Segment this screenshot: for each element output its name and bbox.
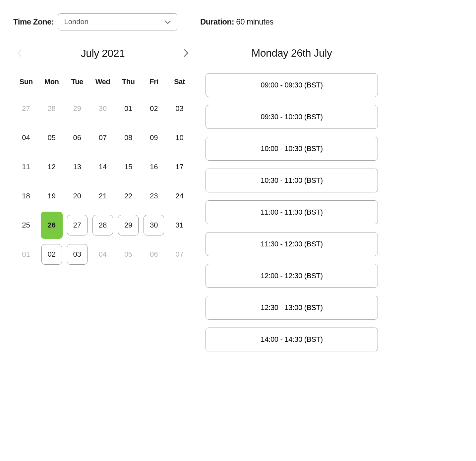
calendar-day: 18 — [16, 186, 36, 206]
time-slots-list: 09:00 - 09:30 (BST)09:30 - 10:00 (BST)10… — [206, 73, 378, 359]
calendar-day: 04 — [92, 244, 113, 265]
calendar-day: 16 — [144, 157, 164, 177]
calendar-day: 14 — [92, 157, 113, 177]
weekday-header: Tue — [64, 72, 90, 94]
calendar-day: 28 — [41, 98, 62, 119]
calendar-day: 08 — [118, 128, 139, 148]
calendar-day: 07 — [92, 128, 113, 148]
chevron-down-icon — [164, 18, 171, 26]
time-slot-button[interactable]: 11:00 - 11:30 (BST) — [206, 200, 378, 224]
next-month-button[interactable] — [182, 47, 190, 60]
weekday-header: Thu — [116, 72, 141, 94]
prev-month-button[interactable] — [15, 47, 24, 60]
timezone-label: Time Zone: — [13, 17, 54, 26]
calendar-day: 13 — [67, 157, 88, 177]
calendar-day: 22 — [118, 186, 139, 206]
calendar-day: 09 — [144, 128, 164, 148]
time-slot-button[interactable]: 09:00 - 09:30 (BST) — [206, 73, 378, 97]
calendar-day-available[interactable]: 03 — [67, 244, 88, 265]
time-slot-button[interactable]: 12:00 - 12:30 (BST) — [206, 264, 378, 288]
time-slot-button[interactable]: 11:30 - 12:00 (BST) — [206, 232, 378, 256]
calendar-day: 15 — [118, 157, 139, 177]
weekday-header: Sat — [167, 72, 192, 94]
calendar-day: 31 — [169, 215, 190, 235]
weekday-header: Fri — [141, 72, 167, 94]
calendar-day: 25 — [16, 215, 36, 235]
calendar-day-available[interactable]: 27 — [67, 215, 88, 235]
calendar-day: 02 — [144, 98, 164, 119]
calendar-day: 06 — [67, 128, 88, 148]
calendar-day: 27 — [16, 98, 36, 119]
chevron-right-icon — [183, 54, 189, 59]
calendar-day: 24 — [169, 186, 190, 206]
calendar-day: 19 — [41, 186, 62, 206]
calendar-day-selected[interactable]: 26 — [41, 212, 63, 239]
calendar-day: 07 — [169, 244, 190, 265]
month-navigation: July 2021 — [13, 47, 192, 72]
time-slot-button[interactable]: 10:30 - 11:00 (BST) — [206, 169, 378, 192]
calendar-day: 29 — [67, 98, 88, 119]
calendar-day: 04 — [16, 128, 36, 148]
calendar-day: 17 — [169, 157, 190, 177]
weekday-header: Sun — [13, 72, 39, 94]
calendar-day: 03 — [169, 98, 190, 119]
duration-label: Duration: — [200, 17, 234, 26]
calendar-day-available[interactable]: 30 — [144, 215, 164, 235]
timezone-selector-container: Time Zone: London — [13, 13, 192, 30]
duration-display: Duration: 60 minutes — [200, 17, 273, 26]
calendar-day: 20 — [67, 186, 88, 206]
calendar-day-available[interactable]: 02 — [41, 244, 62, 265]
timezone-select[interactable]: London — [58, 13, 177, 30]
calendar-day: 21 — [92, 186, 113, 206]
chevron-left-icon — [17, 54, 23, 59]
selected-date-title: Monday 26th July — [206, 47, 378, 59]
weekday-header: Wed — [90, 72, 115, 94]
weekday-header: Mon — [39, 72, 64, 94]
time-slot-button[interactable]: 14:00 - 14:30 (BST) — [206, 328, 378, 351]
calendar-day: 06 — [144, 244, 164, 265]
calendar-day: 05 — [118, 244, 139, 265]
calendar-day: 01 — [16, 244, 36, 265]
month-title: July 2021 — [81, 47, 125, 60]
calendar-grid: SunMonTueWedThuFriSat2728293001020304050… — [13, 72, 192, 269]
calendar-day: 01 — [118, 98, 139, 119]
time-slot-button[interactable]: 10:00 - 10:30 (BST) — [206, 137, 378, 161]
time-slot-button[interactable]: 12:30 - 13:00 (BST) — [206, 296, 378, 320]
timezone-selected-value: London — [64, 18, 89, 26]
calendar-day: 12 — [41, 157, 62, 177]
calendar-day: 11 — [16, 157, 36, 177]
calendar-day: 23 — [144, 186, 164, 206]
calendar-day-available[interactable]: 28 — [92, 215, 113, 235]
calendar-day: 05 — [41, 128, 62, 148]
duration-value: 60 minutes — [236, 17, 273, 26]
calendar-day: 10 — [169, 128, 190, 148]
calendar-day: 30 — [92, 98, 113, 119]
time-slot-button[interactable]: 09:30 - 10:00 (BST) — [206, 105, 378, 129]
calendar-day-available[interactable]: 29 — [118, 215, 139, 235]
